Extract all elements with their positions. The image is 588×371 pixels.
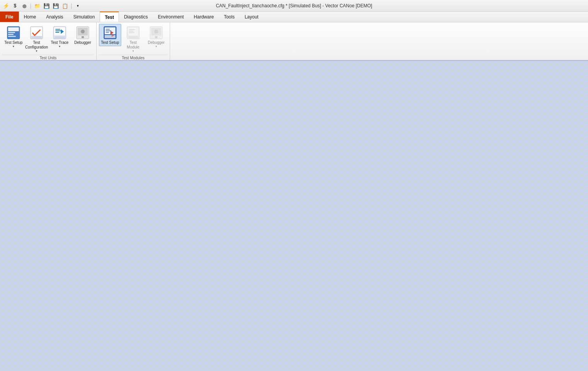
debugger-modules-label: Debugger [148, 40, 165, 45]
test-setup-units-chevron: ▼ [12, 45, 15, 48]
dropdown-icon: ▼ [76, 4, 79, 8]
menu-item-environment[interactable]: Environment [153, 12, 189, 22]
menu-test-label: Test [105, 15, 114, 20]
test-configuration-chevron: ▼ [35, 50, 38, 53]
menu-environment-label: Environment [158, 14, 184, 20]
lightning-icon: ⚡ [3, 3, 9, 9]
ribbon-group-test-modules: Test Setup Test Module [97, 22, 170, 60]
menu-tools-label: Tools [224, 14, 235, 20]
svg-point-35 [154, 30, 158, 33]
test-trace-label: Test Trace [51, 40, 68, 45]
menubar: File Home Analysis Simulation Test Diagn… [0, 12, 588, 22]
config-button[interactable]: 📋 [61, 2, 69, 10]
test-setup-units-icon [7, 26, 20, 40]
menu-item-file[interactable]: File [0, 12, 19, 22]
test-setup-units-button[interactable]: Test Setup ▼ [2, 24, 25, 49]
menu-file-label: File [5, 14, 13, 20]
svg-rect-4 [8, 36, 16, 37]
menu-item-simulation[interactable]: Simulation [68, 12, 100, 22]
menu-hardware-label: Hardware [194, 14, 214, 20]
menu-item-test[interactable]: Test [100, 12, 119, 22]
menu-item-tools[interactable]: Tools [219, 12, 240, 22]
dollar-icon: $ [14, 3, 17, 8]
menu-item-home[interactable]: Home [19, 12, 41, 22]
ribbon: Test Setup ▼ Test Configuration [0, 22, 588, 61]
menu-item-hardware[interactable]: Hardware [189, 12, 219, 22]
debugger-units-label: Debugger [74, 40, 91, 45]
dropdown-button[interactable]: ▼ [74, 2, 82, 10]
test-module-icon [126, 26, 140, 40]
test-module-button[interactable]: Test Module ▼ [122, 24, 144, 54]
debugger-modules-button[interactable]: Debugger ▼ [145, 24, 167, 49]
test-trace-chevron: ▼ [58, 45, 61, 48]
svg-point-17 [81, 30, 85, 33]
test-module-chevron: ▼ [132, 50, 135, 53]
menu-analysis-label: Analysis [46, 14, 63, 20]
menu-layout-label: Layout [245, 14, 259, 20]
menu-home-label: Home [24, 14, 36, 20]
test-configuration-button[interactable]: Test Configuration ▼ [25, 24, 48, 54]
test-setup-modules-label: Test Setup [101, 40, 119, 45]
folder-icon: 📁 [34, 3, 40, 9]
saveas-icon: 💾 [53, 3, 59, 9]
svg-rect-18 [82, 36, 84, 38]
test-setup-modules-icon [103, 26, 117, 40]
menu-diagnostics-label: Diagnostics [124, 14, 148, 20]
svg-rect-6 [31, 27, 42, 36]
svg-rect-7 [31, 36, 42, 38]
debugger-modules-chevron: ▼ [155, 45, 158, 48]
save-button[interactable]: 💾 [42, 2, 51, 10]
ribbon-group-test-units: Test Setup ▼ Test Configuration [0, 22, 97, 60]
ribbon-group-items-test-units: Test Setup ▼ Test Configuration [2, 24, 94, 54]
save-icon: 💾 [43, 3, 50, 9]
debugger-units-button[interactable]: Debugger [72, 24, 94, 46]
svg-rect-3 [8, 34, 13, 35]
debugger-units-icon [76, 26, 90, 40]
debugger-modules-icon [149, 26, 163, 40]
test-configuration-label2: Configuration [25, 45, 48, 50]
test-module-label: Test Module [123, 40, 143, 50]
titlebar: ⚡ $ ⬤ | 📁 💾 💾 📋 | ▼ CAN_FaultInject_tian… [0, 0, 588, 12]
start-button[interactable]: ⚡ [2, 2, 10, 10]
main-canvas [0, 61, 588, 371]
svg-rect-2 [8, 32, 15, 33]
menu-simulation-label: Simulation [73, 14, 95, 20]
open-button[interactable]: 📁 [33, 2, 42, 10]
ribbon-group-items-test-modules: Test Setup Test Module [99, 24, 167, 54]
record-icon: ⬤ [22, 4, 27, 8]
svg-rect-1 [8, 27, 19, 31]
svg-rect-32 [128, 36, 138, 38]
saveas-button[interactable]: 💾 [52, 2, 60, 10]
test-setup-modules-button[interactable]: Test Setup [99, 24, 121, 46]
quickaccess-toolbar: ⚡ $ ⬤ | 📁 💾 💾 📋 | ▼ [0, 0, 82, 12]
svg-rect-28 [128, 28, 138, 35]
menu-item-diagnostics[interactable]: Diagnostics [119, 12, 153, 22]
config-icon: 📋 [62, 3, 68, 9]
test-trace-icon [53, 26, 67, 40]
svg-rect-14 [54, 36, 65, 38]
menu-item-analysis[interactable]: Analysis [41, 12, 68, 22]
test-setup-units-label: Test Setup [4, 40, 22, 45]
test-configuration-label: Test [33, 40, 40, 45]
svg-rect-36 [155, 36, 157, 38]
test-configuration-icon [30, 26, 43, 40]
test-trace-button[interactable]: Test Trace ▼ [48, 24, 71, 49]
menu-item-layout[interactable]: Layout [240, 12, 264, 22]
currency-button[interactable]: $ [11, 2, 19, 10]
window-title: CAN_FaultInject_tianchaoche.cfg * [Simul… [216, 3, 372, 8]
record-button[interactable]: ⬤ [20, 2, 28, 10]
